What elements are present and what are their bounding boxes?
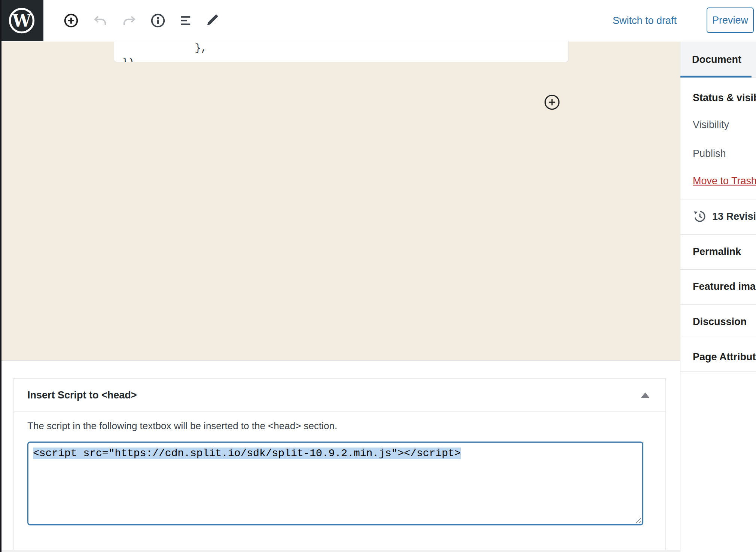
revisions-row[interactable]: 13 Revisions bbox=[693, 209, 756, 224]
editor-topbar: W bbox=[0, 0, 756, 41]
content-structure-button[interactable] bbox=[149, 12, 167, 30]
panel-divider bbox=[680, 269, 756, 270]
wordpress-logo-icon: W bbox=[6, 5, 37, 36]
code-line: }, bbox=[122, 43, 207, 54]
status-visibility-title[interactable]: Status & visibility bbox=[693, 92, 756, 104]
panel-divider bbox=[680, 200, 756, 200]
page-attributes-panel[interactable]: Page Attributes bbox=[693, 351, 756, 363]
wordpress-logo-button[interactable]: W bbox=[0, 0, 43, 41]
code-block[interactable]: }, }) bbox=[114, 41, 568, 62]
add-block-icon bbox=[63, 13, 79, 28]
panel-divider bbox=[680, 234, 756, 235]
metabox-title: Insert Script to <head> bbox=[14, 379, 665, 412]
featured-image-panel[interactable]: Featured image bbox=[693, 281, 756, 292]
list-view-icon bbox=[178, 13, 193, 28]
undo-button[interactable] bbox=[91, 12, 109, 30]
active-tab-indicator bbox=[680, 76, 752, 78]
resize-handle[interactable] bbox=[634, 516, 641, 523]
revisions-clock-icon bbox=[693, 209, 707, 224]
collapse-toggle-button[interactable] bbox=[638, 388, 653, 403]
pencil-icon bbox=[204, 13, 220, 28]
preview-button[interactable]: Preview bbox=[707, 7, 754, 33]
metabox-area: Insert Script to <head> The script in th… bbox=[1, 360, 680, 552]
add-block-button[interactable] bbox=[62, 12, 80, 30]
admin-edge-strip bbox=[0, 0, 1, 552]
tab-document[interactable]: Document bbox=[680, 42, 756, 78]
visibility-label: Visibility bbox=[693, 119, 729, 131]
revisions-label: 13 Revisions bbox=[712, 211, 756, 222]
insert-script-metabox: Insert Script to <head> The script in th… bbox=[13, 378, 666, 550]
redo-button[interactable] bbox=[120, 12, 138, 30]
selected-script-text: <script src="https://cdn.split.io/sdk/sp… bbox=[33, 448, 461, 459]
publish-label: Publish bbox=[693, 148, 726, 160]
head-script-textarea[interactable]: <script src="https://cdn.split.io/sdk/sp… bbox=[27, 442, 643, 525]
triangle-up-icon bbox=[641, 392, 649, 398]
switch-to-draft-link[interactable]: Switch to draft bbox=[613, 0, 677, 41]
page-background-strip bbox=[1, 550, 680, 552]
undo-icon bbox=[93, 13, 108, 28]
info-icon bbox=[150, 13, 166, 28]
redo-icon bbox=[122, 13, 137, 28]
metabox-description: The script in the following textbox will… bbox=[27, 420, 665, 432]
svg-text:W: W bbox=[12, 11, 31, 30]
edit-mode-button[interactable] bbox=[203, 12, 221, 30]
block-navigation-button[interactable] bbox=[177, 12, 195, 30]
panel-divider bbox=[680, 337, 756, 337]
metabox-body: The script in the following textbox will… bbox=[14, 412, 665, 525]
discussion-panel[interactable]: Discussion bbox=[693, 316, 747, 328]
code-block-text: }, }) bbox=[114, 41, 568, 62]
editor-canvas: }, }) bbox=[1, 42, 680, 360]
code-line: }) bbox=[122, 57, 134, 62]
move-to-trash-link[interactable]: Move to Trash bbox=[693, 175, 756, 187]
document-sidebar: Document Status & visibility Visibility … bbox=[680, 42, 756, 552]
panel-divider bbox=[680, 371, 756, 372]
permalink-panel[interactable]: Permalink bbox=[693, 246, 741, 258]
wordpress-block-editor: W bbox=[0, 0, 756, 552]
plus-icon bbox=[548, 98, 556, 106]
sidebar-tabs: Document bbox=[680, 42, 756, 78]
block-inserter-button[interactable] bbox=[545, 95, 560, 110]
metabox-header: Insert Script to <head> bbox=[14, 379, 665, 412]
panel-divider bbox=[680, 304, 756, 305]
